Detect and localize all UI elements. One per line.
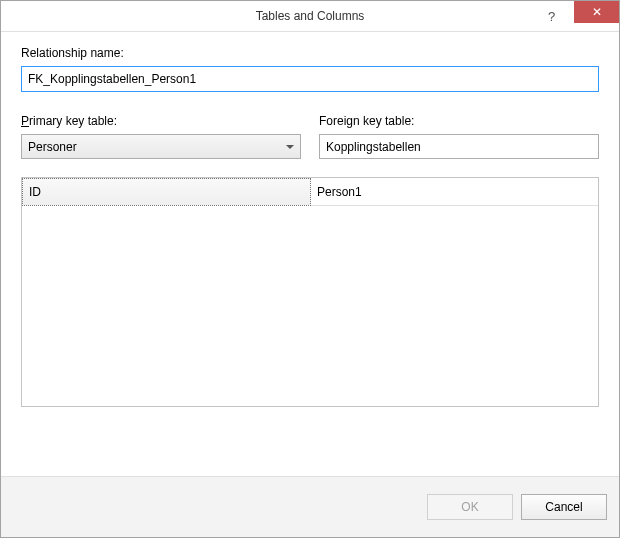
column-mapping-grid[interactable]: ID Person1 — [21, 177, 599, 407]
grid-cell-pk[interactable]: ID — [22, 178, 311, 206]
ok-button: OK — [427, 494, 513, 520]
key-tables-row: PPrimary key table:rimary key table: Per… — [21, 114, 599, 159]
relationship-name-label: Relationship name: — [21, 46, 599, 60]
window-title: Tables and Columns — [1, 9, 619, 23]
foreign-key-column: Foreign key table: Kopplingstabellen — [319, 114, 599, 159]
close-button[interactable]: ✕ — [574, 1, 619, 23]
grid-cell-fk[interactable]: Person1 — [311, 178, 598, 206]
chevron-down-icon — [286, 145, 294, 149]
primary-key-column: PPrimary key table:rimary key table: Per… — [21, 114, 301, 159]
primary-key-table-value: Personer — [28, 140, 77, 154]
help-button[interactable]: ? — [529, 1, 574, 31]
relationship-name-input[interactable] — [21, 66, 599, 92]
dialog-window: Tables and Columns ? ✕ Relationship name… — [0, 0, 620, 538]
cancel-button[interactable]: Cancel — [521, 494, 607, 520]
help-icon: ? — [548, 9, 555, 24]
primary-key-table-label: PPrimary key table:rimary key table: — [21, 114, 301, 128]
foreign-key-table-label: Foreign key table: — [319, 114, 599, 128]
titlebar: Tables and Columns ? ✕ — [1, 1, 619, 32]
primary-key-table-select[interactable]: Personer — [21, 134, 301, 159]
dialog-footer: OK Cancel — [1, 476, 619, 537]
titlebar-controls: ? ✕ — [529, 1, 619, 31]
dialog-content: Relationship name: PPrimary key table:ri… — [1, 32, 619, 476]
close-icon: ✕ — [592, 5, 602, 19]
grid-row[interactable]: ID Person1 — [22, 178, 598, 206]
foreign-key-table-value: Kopplingstabellen — [326, 140, 421, 154]
foreign-key-table-field[interactable]: Kopplingstabellen — [319, 134, 599, 159]
